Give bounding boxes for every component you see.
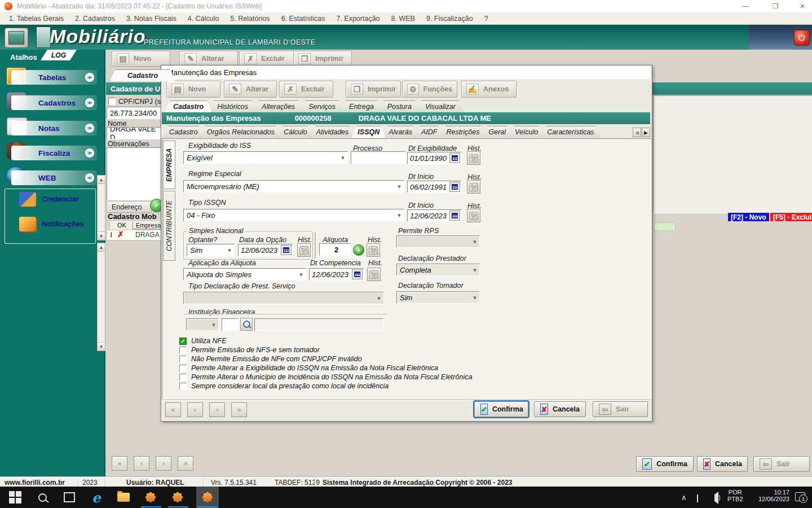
tabs-scroll-left-icon[interactable]: ◀ <box>633 128 641 137</box>
cancela-button[interactable]: ✘ Cancela <box>534 401 586 417</box>
permite-rps-select[interactable]: ▾ <box>396 235 480 248</box>
restore-button[interactable]: ❐ <box>766 0 785 12</box>
tab-issqn[interactable]: ISSQN <box>351 126 386 138</box>
internet-explorer-button[interactable]: e <box>89 491 104 504</box>
start-button[interactable] <box>8 491 23 504</box>
menu-calculo[interactable]: 4. Cálculo <box>182 15 225 23</box>
language-indicator[interactable]: POR PTB2 <box>727 489 743 502</box>
chevron-down-icon[interactable]: ≫ <box>85 148 94 157</box>
file-explorer-button[interactable] <box>116 491 131 504</box>
app-button-1[interactable] <box>143 491 158 504</box>
endereco-button[interactable]: Endereço <box>107 201 152 213</box>
calendar-icon[interactable] <box>449 182 460 192</box>
inst-financeira-code-input[interactable] <box>222 318 239 331</box>
hist-simples-button[interactable] <box>297 243 311 257</box>
task-view-button[interactable] <box>62 491 77 504</box>
nfe-cnpj-invalido-checkbox[interactable] <box>179 356 187 363</box>
sidebar-tab-atalhos[interactable]: Atalhos <box>10 53 37 62</box>
menu-exportacao[interactable]: 7. Exportação <box>330 15 385 23</box>
imprimir-button[interactable]: Imprimir <box>293 51 352 67</box>
scroll-down-icon[interactable]: ▼ <box>98 342 105 351</box>
tab-entrega[interactable]: Entrega <box>341 100 382 112</box>
excluir-button[interactable]: Excluir <box>239 51 294 67</box>
chevron-down-icon[interactable]: ≫ <box>85 98 94 107</box>
hist-aplicacao-button[interactable] <box>367 268 381 281</box>
menu-tabelas-gerais[interactable]: 1. Tabelas Gerais <box>3 15 69 23</box>
tray-chevron-icon[interactable]: ∧ <box>681 493 687 502</box>
scroll-down-icon[interactable]: ▼ <box>98 231 105 240</box>
power-icon[interactable]: ⏻ <box>794 30 810 46</box>
alterar-municipio-checkbox[interactable] <box>179 374 187 381</box>
hist-aliquota-button[interactable] <box>367 243 380 257</box>
nfse-sem-tomador-checkbox[interactable] <box>179 347 187 354</box>
inst-financeira-name-input[interactable] <box>254 318 383 331</box>
speaker-icon[interactable]: ) <box>712 494 721 501</box>
decl-prestador-select[interactable]: Completa ▾ <box>396 264 480 276</box>
tipo-decl-select[interactable]: ▾ <box>183 292 384 304</box>
close-button[interactable]: ✕ <box>793 0 812 12</box>
chevron-up-icon[interactable]: ≪ <box>85 173 94 182</box>
tab-alvaras[interactable]: Alvarás <box>382 126 418 138</box>
app-button-2[interactable] <box>170 491 185 504</box>
app-button-active[interactable] <box>196 487 219 508</box>
dialog-excluir-button[interactable]: Excluir <box>279 81 333 98</box>
notification-center-button[interactable]: 1 <box>795 492 805 501</box>
sidebar-item-web[interactable]: WEB ≪ <box>11 170 97 185</box>
tab-orgaos-relacionados[interactable]: Orgãos Relacionados <box>201 126 281 138</box>
calendar-icon[interactable] <box>449 153 460 163</box>
record-prev-button[interactable]: ‹ <box>134 456 149 471</box>
scroll-up-icon[interactable]: ▲ <box>98 176 105 184</box>
calendar-icon[interactable] <box>281 245 292 255</box>
record-first-button[interactable]: « <box>112 456 127 471</box>
minimize-button[interactable]: — <box>736 0 755 12</box>
nome-input[interactable]: DRAGA VALE D <box>107 127 161 139</box>
sair-button-window[interactable]: ⇦ Sair <box>753 456 810 472</box>
tipo-issqn-select[interactable]: 04 - Fixo ▾ <box>183 209 404 221</box>
tab-geral[interactable]: Geral <box>482 126 512 138</box>
dialog-imprimir-button[interactable]: Imprimir <box>346 81 401 98</box>
sidebar-tab-log[interactable]: LOG <box>41 50 77 60</box>
regime-select[interactable]: Microempresário (ME) ▾ <box>183 180 404 192</box>
menu-estatisticas[interactable]: 6. Estatísticas <box>276 15 331 23</box>
tab-restricoes[interactable]: Restrições <box>440 126 486 138</box>
hist-tipo-issqn-button[interactable] <box>467 209 480 222</box>
dt-inicio-tipo-input[interactable]: 12/06/2023 <box>407 209 462 222</box>
sidebar-item-cadastros[interactable]: Cadastros ≫ <box>11 95 97 110</box>
tab-visualizar[interactable]: Visualizar <box>417 100 464 112</box>
tab-postura[interactable]: Postura <box>379 100 420 112</box>
aliquota-input[interactable]: 2 <box>319 243 351 256</box>
chevron-down-icon[interactable]: ≫ <box>85 124 94 133</box>
menu-web[interactable]: 8. WEB <box>386 15 421 23</box>
clock[interactable]: 10:17 12/06/2023 <box>751 489 789 502</box>
tab-historicos[interactable]: Históricos <box>209 100 257 112</box>
tab-cadastro-inner[interactable]: Cadastro <box>163 126 204 138</box>
observacoes-textarea[interactable] <box>107 147 162 200</box>
tab-caracteristicas[interactable]: Características <box>541 126 600 138</box>
confirma-button-window[interactable]: ✔ Confirma <box>636 456 694 472</box>
inst-financeira-select[interactable]: ▾ <box>186 318 219 331</box>
dialog-title-bar[interactable]: Manutenção das Empresas <box>162 65 650 79</box>
scroll-up-icon[interactable]: ▲ <box>98 243 105 252</box>
alterar-button[interactable]: Alterar <box>179 51 238 67</box>
dialog-funcoes-button[interactable]: Funções <box>402 81 457 98</box>
optante-select[interactable]: Sim ▾ <box>187 244 235 256</box>
menu-notas-fiscais[interactable]: 3. Notas Fiscais <box>121 15 182 23</box>
aplicacao-select[interactable]: Aliquota do Simples ▾ <box>183 268 306 281</box>
tab-servicos[interactable]: Serviços <box>300 100 344 112</box>
tab-veiculo[interactable]: Veículo <box>509 126 544 138</box>
grid-col-empresa[interactable]: Empresa <box>133 221 161 229</box>
hist-exigibilidade-button[interactable] <box>467 151 480 165</box>
exigibilidade-select[interactable]: Exigível ▾ <box>183 151 348 164</box>
sidebar-item-notificacoes[interactable]: Notificações <box>19 217 83 231</box>
menu-fiscalizacao[interactable]: 9. Fiscalização <box>421 15 479 23</box>
tab-aidf[interactable]: AIDF <box>415 126 443 138</box>
scroll-track[interactable] <box>98 252 105 342</box>
tab-alteracoes[interactable]: Alterações <box>253 100 303 112</box>
confirma-button[interactable]: ✔ Confirma <box>474 401 528 417</box>
sidebar-item-fiscaliza[interactable]: Fiscaliza ≫ <box>11 146 97 160</box>
dialog-novo-button[interactable]: Novo <box>166 81 220 98</box>
taskbar-search-button[interactable] <box>35 491 50 504</box>
sidebar-item-notas[interactable]: Notas ≫ <box>11 121 97 135</box>
record-next-button[interactable]: › <box>209 402 225 417</box>
menu-relatorios[interactable]: 5. Relatórios <box>224 15 275 23</box>
